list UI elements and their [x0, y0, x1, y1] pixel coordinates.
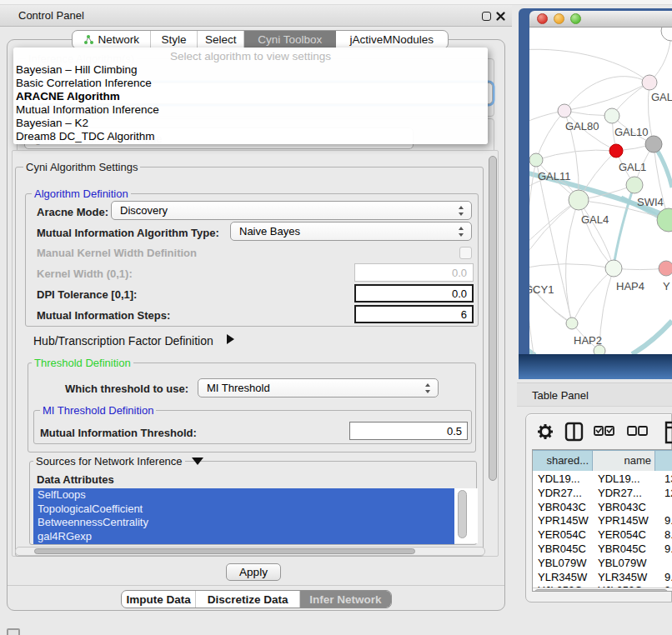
table-cell[interactable]: YER054C — [598, 528, 646, 541]
collapse-arrow-icon[interactable] — [192, 458, 203, 465]
minimize-traffic-light[interactable] — [554, 13, 564, 24]
table-window: shared...nameA YDL19...YDL19...13YDR27..… — [525, 413, 672, 602]
kernel-width-field[interactable]: 0.0 — [354, 263, 474, 282]
dock-panel-icon[interactable] — [7, 628, 20, 635]
aracne-mode-value: Discovery — [120, 204, 168, 217]
network-node[interactable] — [594, 345, 605, 354]
attribute-item[interactable]: SelfLoops — [33, 488, 454, 502]
column-header-shared...[interactable]: shared... — [533, 451, 593, 471]
network-titlebar[interactable] — [529, 11, 672, 28]
tab-jactivemnodules[interactable]: jActiveMNodules — [336, 31, 448, 48]
network-node-swi4[interactable] — [626, 177, 643, 193]
table-cell[interactable]: 9. — [664, 542, 672, 555]
table-cell[interactable]: YLR345W — [538, 571, 587, 583]
table-cell[interactable]: YPR145W — [538, 514, 589, 527]
table-cell[interactable]: YER054C — [538, 528, 586, 541]
node-table[interactable]: shared...nameA YDL19...YDL19...13YDR27..… — [532, 449, 672, 592]
table-hscrollbar[interactable] — [533, 588, 672, 592]
tab-cyni-toolbox[interactable]: Cyni Toolbox — [244, 31, 336, 48]
vscroll-thumb[interactable] — [489, 156, 497, 481]
hscroll-thumb[interactable] — [34, 548, 415, 554]
table-cell[interactable]: YDL19... — [598, 472, 640, 485]
attribute-item[interactable]: gal4RGexp — [33, 530, 454, 544]
network-node[interactable] — [661, 28, 672, 41]
column-header-name[interactable]: name — [593, 451, 655, 471]
network-node-gal10[interactable] — [604, 108, 619, 123]
table-cell[interactable]: 9. — [664, 571, 672, 583]
table-hscroll-thumb[interactable] — [534, 589, 668, 592]
hub-definition-label: Hub/Transcription Factor Definition — [33, 334, 213, 348]
table-cell[interactable]: YBL079W — [598, 557, 647, 569]
dpi-tolerance-field[interactable]: 0.0 — [354, 284, 474, 302]
dropdown-item[interactable]: Bayesian – K2 — [16, 117, 88, 129]
table-cell[interactable]: 13 — [664, 472, 672, 485]
mi-type-combo[interactable]: Naive Bayes — [230, 222, 472, 241]
table-cell[interactable]: YBL079W — [538, 557, 587, 569]
network-node-gal8[interactable] — [642, 75, 657, 90]
table-cell[interactable]: YPR145W — [598, 514, 649, 527]
table-cell[interactable]: YDR27... — [598, 487, 642, 499]
table-cell[interactable]: 12 — [664, 487, 672, 499]
table-cell[interactable]: YDR27... — [538, 487, 582, 499]
list-vscrollbar[interactable] — [458, 490, 467, 538]
mi-steps-field[interactable]: 6 — [354, 305, 474, 323]
split-columns-icon[interactable] — [566, 423, 582, 440]
dropdown-item[interactable]: ARACNE Algorithm — [16, 90, 120, 102]
bottom-tab-impute-data[interactable]: Impute Data — [122, 591, 196, 608]
select-all-checks-icon[interactable] — [594, 427, 614, 435]
settings-hscrollbar[interactable] — [15, 547, 485, 556]
gear-icon[interactable] — [538, 424, 553, 439]
node-label: GAL1 — [619, 161, 646, 173]
network-node-hap2[interactable] — [566, 318, 578, 329]
dropdown-item[interactable]: Basic Correlation Inference — [16, 77, 152, 89]
node-label: GAL11 — [538, 170, 571, 182]
manual-kernel-checkbox[interactable] — [459, 247, 472, 259]
bottom-tab-discretize-data[interactable]: Discretize Data — [196, 591, 299, 608]
table-cell[interactable]: YLR345W — [598, 571, 647, 583]
settings-vscrollbar[interactable] — [488, 151, 499, 558]
new-table-icon[interactable] — [666, 422, 672, 442]
tab-network[interactable]: Network — [73, 31, 151, 48]
table-cell[interactable]: 9. — [664, 514, 672, 527]
network-node-gal4[interactable] — [569, 190, 589, 210]
close-traffic-light[interactable] — [537, 13, 548, 24]
network-node[interactable] — [645, 136, 662, 152]
aracne-mode-combo[interactable]: Discovery — [111, 201, 472, 220]
spinner-icon — [458, 227, 464, 237]
algorithm-dropdown: Select algorithm to view settings Bayesi… — [13, 48, 488, 144]
bottom-tab-infer-network[interactable]: Infer Network — [300, 591, 391, 608]
deselect-all-icon[interactable] — [628, 427, 647, 435]
dropdown-item[interactable]: Bayesian – Hill Climbing — [16, 63, 138, 76]
table-cell[interactable]: YBR043C — [538, 501, 586, 513]
table-cell[interactable]: 8. — [664, 528, 672, 541]
tab-select[interactable]: Select — [198, 31, 244, 48]
network-edge — [536, 111, 564, 160]
table-cell[interactable]: YBR043C — [598, 501, 646, 513]
which-threshold-combo[interactable]: MI Threshold — [198, 378, 439, 398]
column-header-A[interactable]: A — [655, 451, 672, 471]
network-node-gal11[interactable] — [529, 153, 543, 167]
network-node-gal1[interactable] — [609, 144, 623, 158]
tab-label: Cyni Toolbox — [258, 33, 322, 46]
dropdown-item[interactable]: Dream8 DC_TDC Algorithm — [16, 130, 155, 142]
network-node-gal80[interactable] — [558, 104, 571, 118]
zoom-traffic-light[interactable] — [570, 13, 581, 24]
attribute-item[interactable]: BetweennessCentrality — [33, 516, 454, 530]
node-label: GAL80 — [565, 120, 599, 132]
table-cell[interactable]: YBR045C — [598, 542, 646, 555]
table-cell[interactable]: YDL19... — [538, 472, 580, 485]
apply-button[interactable]: Apply — [226, 563, 281, 581]
mit-field[interactable]: 0.5 — [349, 422, 468, 440]
attribute-item[interactable]: TopologicalCoefficient — [33, 502, 454, 517]
tab-style[interactable]: Style — [151, 31, 198, 48]
table-cell[interactable]: YBR045C — [538, 542, 586, 555]
mi-steps-label: Mutual Information Steps: — [37, 309, 170, 322]
network-node-y[interactable] — [659, 261, 672, 276]
dropdown-item[interactable]: Mutual Information Inference — [16, 103, 159, 116]
network-edge — [529, 200, 579, 269]
network-node-hap4[interactable] — [605, 260, 622, 277]
network-canvas[interactable]: GAL8GAL80GAL10GAL1GAL11SWI4GAL4GCY1HAP4Y… — [529, 28, 672, 354]
data-attributes-list[interactable]: SelfLoopsTopologicalCoefficientBetweenne… — [33, 488, 478, 543]
expand-arrow-icon[interactable] — [227, 334, 234, 344]
node-label: GAL10 — [614, 126, 648, 138]
